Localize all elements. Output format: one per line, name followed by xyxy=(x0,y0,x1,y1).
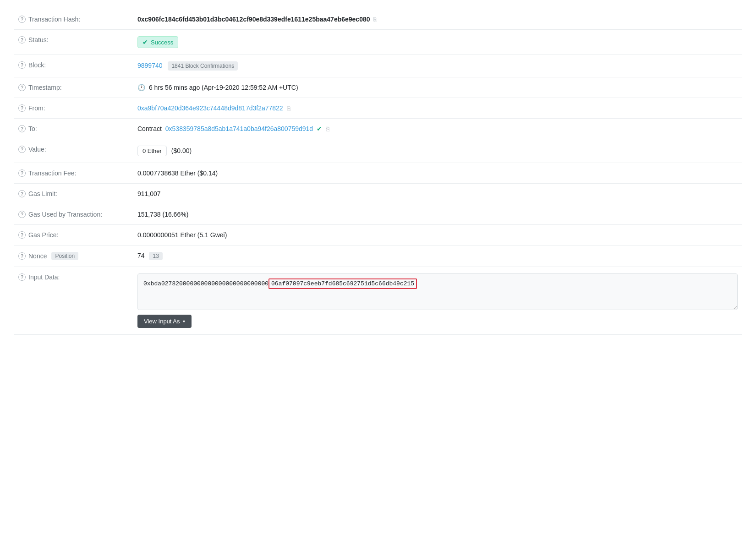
gas-used-row: ? Gas Used by Transaction: 151,738 (16.6… xyxy=(14,204,742,225)
help-icon-timestamp: ? xyxy=(18,84,26,91)
help-icon-gas-limit: ? xyxy=(18,190,26,197)
clock-icon: 🕐 xyxy=(137,84,145,91)
gas-limit-label: Gas Limit: xyxy=(28,190,57,197)
verified-contract-icon: ✔ xyxy=(317,125,322,132)
tx-hash-value: 0xc906fc184c6fd453b01d3bc04612cf90e8d339… xyxy=(137,16,370,23)
block-number-link[interactable]: 9899740 xyxy=(137,62,163,69)
gas-price-row: ? Gas Price: 0.0000000051 Ether (5.1 Gwe… xyxy=(14,225,742,245)
view-input-as-button[interactable]: View Input As ▾ xyxy=(137,315,192,328)
input-data-textarea[interactable]: 0xbda02782000000000000000000000000006af0… xyxy=(137,273,738,310)
gas-used-value: 151,738 (16.66%) xyxy=(137,211,188,218)
gas-used-label: Gas Used by Transaction: xyxy=(28,211,102,218)
value-amount: 0 Ether xyxy=(137,146,167,156)
status-row: ? Status: ✔ Success xyxy=(14,30,742,55)
status-label: Status: xyxy=(28,36,49,44)
help-icon-nonce: ? xyxy=(18,252,26,260)
block-label: Block: xyxy=(28,61,46,69)
help-icon-tx-hash: ? xyxy=(18,16,26,23)
copy-from-icon[interactable]: ⎘ xyxy=(287,105,290,112)
help-icon-to: ? xyxy=(18,125,26,132)
input-data-label: Input Data: xyxy=(28,273,60,281)
tx-fee-row: ? Transaction Fee: 0.0007738638 Ether ($… xyxy=(14,163,742,184)
value-row: ? Value: 0 Ether ($0.00) xyxy=(14,139,742,163)
gas-price-label: Gas Price: xyxy=(28,231,58,239)
value-label: Value: xyxy=(28,146,46,153)
help-icon-status: ? xyxy=(18,36,26,44)
timestamp-label: Timestamp: xyxy=(28,84,62,91)
gas-price-value: 0.0000000051 Ether (5.1 Gwei) xyxy=(137,231,227,239)
to-row: ? To: Contract 0x538359785a8d5ab1a741a0b… xyxy=(14,119,742,139)
timestamp-value: 6 hrs 56 mins ago (Apr-19-2020 12:59:52 … xyxy=(149,84,298,91)
help-icon-gas-used: ? xyxy=(18,211,26,218)
input-data-plain-text: 0xbda027820000000000000000000000000 xyxy=(143,280,268,287)
input-data-content: 0xbda02782000000000000000000000000006af0… xyxy=(143,278,732,289)
transaction-details-table: ? Transaction Hash: 0xc906fc184c6fd453b0… xyxy=(14,9,742,335)
from-address-link[interactable]: 0xa9bf70a420d364e923c74448d9d817d3f2a778… xyxy=(137,104,283,112)
view-input-as-label: View Input As xyxy=(144,318,180,325)
copy-hash-icon[interactable]: ⎘ xyxy=(373,16,377,23)
nonce-label: Nonce xyxy=(28,252,47,260)
nonce-value: 74 xyxy=(137,252,145,259)
status-check-icon: ✔ xyxy=(142,38,148,46)
status-value: Success xyxy=(151,39,173,46)
status-badge: ✔ Success xyxy=(137,36,178,48)
tx-hash-label: Transaction Hash: xyxy=(28,16,80,23)
chevron-down-icon: ▾ xyxy=(183,319,185,324)
to-contract-label: Contract xyxy=(137,125,162,132)
timestamp-row: ? Timestamp: 🕐 6 hrs 56 mins ago (Apr-19… xyxy=(14,77,742,98)
nonce-position-badge: Position xyxy=(51,252,78,260)
copy-to-icon[interactable]: ⎘ xyxy=(326,125,329,132)
input-data-row: ? Input Data: 0xbda027820000000000000000… xyxy=(14,267,742,335)
to-label: To: xyxy=(28,125,37,132)
from-label: From: xyxy=(28,104,45,112)
input-data-container: 0xbda02782000000000000000000000000006af0… xyxy=(137,273,738,328)
input-data-highlighted-text: 06af07097c9eeb7fd685c692751d5c66db49c215 xyxy=(268,278,417,289)
from-row: ? From: 0xa9bf70a420d364e923c74448d9d817… xyxy=(14,98,742,119)
to-address-link[interactable]: 0x538359785a8d5ab1a741a0ba94f26a800759d9… xyxy=(165,125,313,132)
tx-fee-value: 0.0007738638 Ether ($0.14) xyxy=(137,169,218,177)
gas-limit-row: ? Gas Limit: 911,007 xyxy=(14,184,742,204)
nonce-position-number: 13 xyxy=(149,252,162,260)
help-icon-tx-fee: ? xyxy=(18,169,26,177)
tx-fee-label: Transaction Fee: xyxy=(28,169,77,177)
help-icon-value: ? xyxy=(18,146,26,153)
confirmations-badge: 1841 Block Confirmations xyxy=(168,61,238,71)
nonce-row: ? Nonce Position 74 13 xyxy=(14,245,742,267)
help-icon-input-data: ? xyxy=(18,273,26,281)
value-usd: ($0.00) xyxy=(171,147,192,154)
help-icon-block: ? xyxy=(18,61,26,69)
tx-hash-row: ? Transaction Hash: 0xc906fc184c6fd453b0… xyxy=(14,9,742,30)
block-row: ? Block: 9899740 1841 Block Confirmation… xyxy=(14,55,742,77)
help-icon-from: ? xyxy=(18,104,26,112)
gas-limit-value: 911,007 xyxy=(137,190,161,197)
help-icon-gas-price: ? xyxy=(18,231,26,239)
